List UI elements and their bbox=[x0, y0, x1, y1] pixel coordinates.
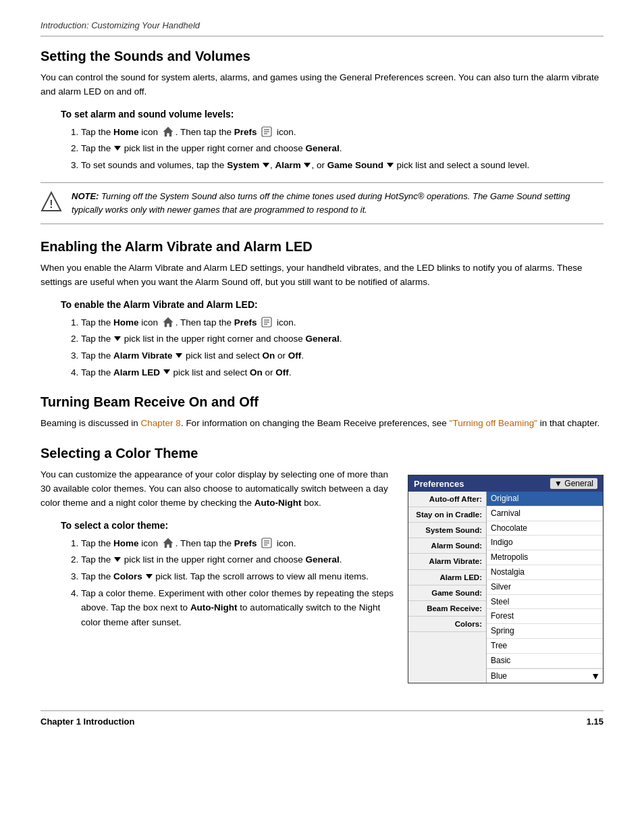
sounds-step-1: Tap the Home icon . Then tap the Prefs i… bbox=[81, 125, 603, 140]
alarm-step-1: Tap the Home icon . Then tap the Prefs i… bbox=[81, 315, 603, 330]
section-title-sounds: Setting the Sounds and Volumes bbox=[41, 49, 603, 64]
prefs-label-stayoncradle: Stay on in Cradle: bbox=[408, 507, 486, 523]
turning-off-beaming-link[interactable]: "Turning off Beaming" bbox=[450, 418, 537, 428]
page-footer: Chapter 1 Introduction 1.15 bbox=[41, 710, 603, 727]
warning-icon-1: ! bbox=[41, 191, 62, 213]
svg-marker-0 bbox=[163, 127, 173, 136]
prefs-dropdown-carnival[interactable]: Carnival bbox=[487, 506, 603, 521]
footer-right: 1.15 bbox=[587, 716, 603, 727]
color-step-2: Tap the pick list in the upper right cor… bbox=[81, 552, 394, 567]
prefs-dropdown-blue: Blue bbox=[491, 671, 507, 681]
breadcrumb: Introduction: Customizing Your Handheld bbox=[41, 20, 603, 30]
prefs-label-systemsound: System Sound: bbox=[408, 523, 486, 538]
svg-marker-7 bbox=[163, 317, 173, 327]
prefs-label-beamreceive: Beam Receive: bbox=[408, 601, 486, 617]
alarm-body: When you enable the Alarm Vibrate and Al… bbox=[41, 261, 603, 290]
section-title-color: Selecting a Color Theme bbox=[41, 446, 603, 461]
prefs-label-alarmled: Alarm LED: bbox=[408, 570, 486, 585]
prefs-label-colors: Colors: bbox=[408, 617, 486, 632]
section-color-theme: Selecting a Color Theme You can customiz… bbox=[41, 446, 603, 683]
prefs-widget-header: Preferences ▼ General bbox=[408, 475, 603, 492]
prefs-labels-column: Auto-off After: Stay on in Cradle: Syste… bbox=[408, 492, 486, 683]
sounds-note-text: NOTE: Turning off the System Sound also … bbox=[72, 190, 603, 217]
alarm-step-2: Tap the pick list in the upper right cor… bbox=[81, 332, 603, 346]
prefs-header-right: ▼ General bbox=[550, 478, 597, 489]
color-step-3: Tap the Colors pick list. Tap the scroll… bbox=[81, 569, 394, 584]
subsection-title-color: To select a color theme: bbox=[61, 520, 394, 531]
home-icon-3 bbox=[162, 537, 174, 549]
color-body: You can customize the appearance of your… bbox=[41, 468, 394, 511]
prefs-dropdown-silver[interactable]: Silver bbox=[487, 580, 603, 595]
section-title-beam: Turning Beam Receive On and Off bbox=[41, 394, 603, 410]
color-section-left: You can customize the appearance of your… bbox=[41, 468, 394, 637]
prefs-label-alarmsound: Alarm Sound: bbox=[408, 538, 486, 554]
sounds-steps: Tap the Home icon . Then tap the Prefs i… bbox=[81, 125, 603, 173]
subsection-title-alarm: To enable the Alarm Vibrate and Alarm LE… bbox=[61, 299, 603, 310]
prefs-widget: Preferences ▼ General Auto-off After: St… bbox=[408, 475, 603, 683]
alarm-step-3: Tap the Alarm Vibrate pick list and sele… bbox=[81, 348, 603, 363]
prefs-dropdown-metropolis[interactable]: Metropolis bbox=[487, 550, 603, 565]
sounds-step-3: To set sounds and volumes, tap the Syste… bbox=[81, 158, 603, 173]
sounds-body: You can control the sound for system ale… bbox=[41, 71, 603, 99]
prefs-label-alarmvibrate: Alarm Vibrate: bbox=[408, 554, 486, 569]
prefs-dropdown-spring[interactable]: Spring bbox=[487, 624, 603, 639]
top-rule bbox=[41, 36, 603, 36]
prefs-widget-container: Preferences ▼ General Auto-off After: St… bbox=[408, 475, 603, 683]
color-step-4: Tap a color theme. Experiment with other… bbox=[81, 586, 394, 630]
sounds-step-2: Tap the pick list in the upper right cor… bbox=[81, 141, 603, 156]
section-setting-sounds: Setting the Sounds and Volumes You can c… bbox=[41, 49, 603, 224]
section-beam-receive: Turning Beam Receive On and Off Beaming … bbox=[41, 394, 603, 431]
prefs-icon-3 bbox=[261, 537, 273, 549]
section-title-alarm: Enabling the Alarm Vibrate and Alarm LED bbox=[41, 239, 603, 255]
home-icon-1 bbox=[162, 126, 174, 138]
prefs-dropdown-blue-row[interactable]: Blue ▼ bbox=[487, 669, 603, 683]
prefs-dropdown-indigo[interactable]: Indigo bbox=[487, 536, 603, 550]
prefs-label-gamesound: Game Sound: bbox=[408, 585, 486, 601]
prefs-scroll-down-arrow[interactable]: ▼ bbox=[591, 671, 600, 681]
alarm-step-4: Tap the Alarm LED pick list and select O… bbox=[81, 365, 603, 380]
section-alarm-vibrate: Enabling the Alarm Vibrate and Alarm LED… bbox=[41, 239, 603, 380]
svg-marker-12 bbox=[163, 538, 173, 548]
prefs-dropdown-chocolate[interactable]: Chocolate bbox=[487, 521, 603, 536]
prefs-dropdown-nostalgia[interactable]: Nostalgia bbox=[487, 565, 603, 580]
prefs-widget-body: Auto-off After: Stay on in Cradle: Syste… bbox=[408, 492, 603, 683]
prefs-dropdown-steel[interactable]: Steel bbox=[487, 595, 603, 610]
footer-left: Chapter 1 Introduction bbox=[41, 716, 134, 727]
prefs-header-title: Preferences bbox=[414, 479, 464, 489]
beam-body: Beaming is discussed in Chapter 8. For i… bbox=[41, 417, 603, 431]
prefs-dropdown-original[interactable]: Original bbox=[487, 492, 603, 506]
prefs-dropdown-basic[interactable]: Basic bbox=[487, 654, 603, 669]
home-icon-2 bbox=[162, 316, 174, 328]
chapter8-link[interactable]: Chapter 8 bbox=[141, 418, 181, 428]
prefs-dropdown-forest[interactable]: Forest bbox=[487, 609, 603, 624]
color-step-1: Tap the Home icon . Then tap the Prefs i… bbox=[81, 536, 394, 551]
color-section-content: You can customize the appearance of your… bbox=[41, 468, 603, 683]
prefs-icon-2 bbox=[261, 316, 273, 328]
svg-text:!: ! bbox=[49, 199, 53, 210]
prefs-icon-1 bbox=[261, 126, 273, 138]
color-steps: Tap the Home icon . Then tap the Prefs i… bbox=[81, 536, 394, 630]
prefs-label-autooff: Auto-off After: bbox=[408, 492, 486, 507]
sounds-note-box: ! NOTE: Turning off the System Sound als… bbox=[41, 182, 603, 224]
subsection-title-sounds: To set alarm and sound volume levels: bbox=[61, 109, 603, 120]
prefs-dropdown-column: Original Carnival Chocolate Indigo Metro… bbox=[486, 492, 603, 683]
alarm-steps: Tap the Home icon . Then tap the Prefs i… bbox=[81, 315, 603, 380]
prefs-dropdown-tree[interactable]: Tree bbox=[487, 639, 603, 654]
